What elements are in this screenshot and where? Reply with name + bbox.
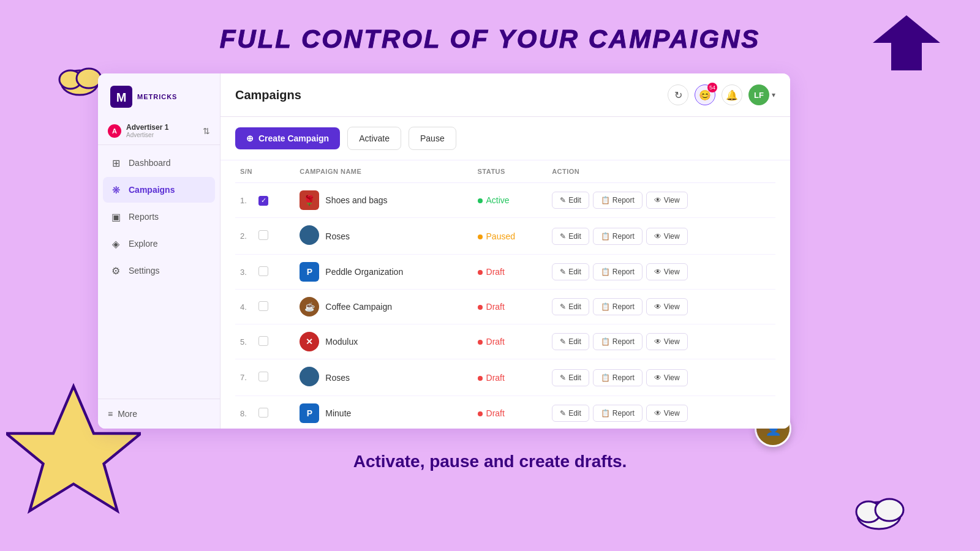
bg-subtitle: Activate, pause and create drafts.: [0, 54, 980, 471]
cloud-decoration-bottom: [851, 490, 907, 533]
svg-point-5: [875, 499, 903, 521]
bg-title: FULL CONTROL OF YOUR CAMPAIGNS: [0, 0, 980, 54]
